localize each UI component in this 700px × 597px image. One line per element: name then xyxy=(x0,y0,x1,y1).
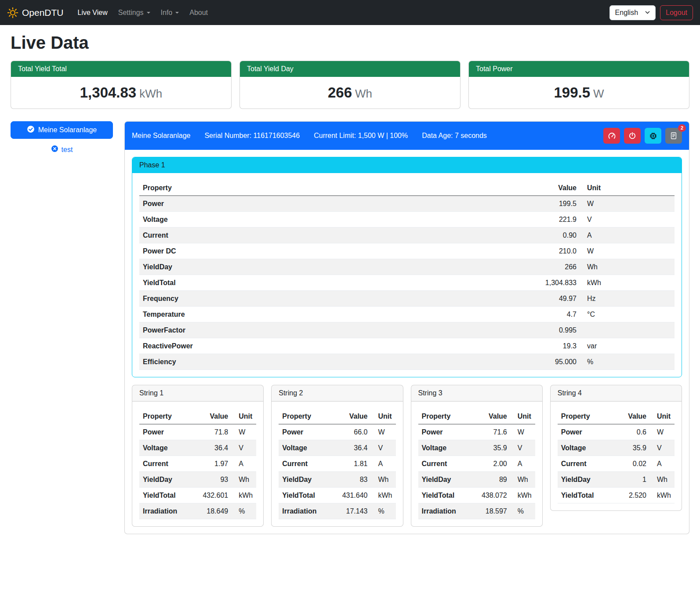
string-table: Property Value Unit Power 66.0 xyxy=(279,409,395,519)
x-circle-icon xyxy=(51,145,58,154)
summary-unit: W xyxy=(593,87,604,100)
nav-settings[interactable]: Settings xyxy=(115,5,154,20)
row-property: Frequency xyxy=(139,291,538,307)
string-table-body: Power 66.0 W Voltage 36.4 V Current xyxy=(279,424,395,519)
language-select-value: English xyxy=(615,9,638,17)
journal-icon xyxy=(670,132,678,140)
limit-settings-button[interactable] xyxy=(603,128,620,144)
string-table-head: Property Value Unit xyxy=(418,409,535,424)
row-value: 49.97 xyxy=(538,291,580,307)
summary-value: 266 xyxy=(328,84,352,101)
table-row: YieldDay 266 Wh xyxy=(139,259,675,275)
inverter-name: Meine Solaranlage xyxy=(132,132,190,140)
inverter-select-button-test[interactable]: test xyxy=(48,145,76,155)
nav-about[interactable]: About xyxy=(186,5,211,20)
nav-settings-label: Settings xyxy=(118,9,144,17)
device-info-button[interactable] xyxy=(645,128,661,144)
column-header-unit: Unit xyxy=(511,409,535,424)
string-card: String 4 Property Value Unit xyxy=(550,385,682,511)
row-property: Current xyxy=(418,456,472,472)
table-row: Frequency 49.97 Hz xyxy=(139,291,675,307)
row-property: Irradiation xyxy=(279,503,332,519)
summary-unit: kWh xyxy=(139,87,162,100)
row-value: 66.0 xyxy=(333,424,371,440)
string-table-body: Power 71.8 W Voltage 36.4 V Current xyxy=(139,424,256,519)
inverter-data-age: Data Age: 7 seconds xyxy=(422,132,487,140)
row-value: 2.520 xyxy=(611,488,650,503)
column-header-unit: Unit xyxy=(650,409,675,424)
column-header-unit: Unit xyxy=(232,409,256,424)
column-header-value: Value xyxy=(193,409,232,424)
row-value: 2.00 xyxy=(472,456,511,472)
string-card-body: Property Value Unit Power 66.0 xyxy=(272,402,403,526)
row-value: 210.0 xyxy=(538,243,580,259)
table-row: YieldDay 93 Wh xyxy=(139,472,256,488)
row-property: YieldDay xyxy=(139,472,193,488)
string-card-body: Property Value Unit Power 0.6 xyxy=(551,402,682,510)
row-unit: kWh xyxy=(650,488,675,503)
summary-card: Total Yield Day 266Wh xyxy=(239,61,461,109)
power-control-button[interactable] xyxy=(624,128,641,144)
language-select[interactable]: English xyxy=(609,5,656,20)
row-value: 0.90 xyxy=(538,228,580,243)
table-row: Current 1.81 A xyxy=(279,456,395,472)
table-row: YieldTotal 2.520 kWh xyxy=(558,488,675,503)
table-row: Current 0.90 A xyxy=(139,228,675,243)
string-card: String 1 Property Value Unit xyxy=(132,385,264,527)
cpu-icon xyxy=(649,132,657,140)
table-row: Irradiation 17.143 % xyxy=(279,503,395,519)
column-header-value: Value xyxy=(538,180,580,196)
row-property: YieldTotal xyxy=(139,488,193,503)
summary-cards-row: Total Yield Total 1,304.83kWh Total Yiel… xyxy=(0,61,700,109)
column-header-value: Value xyxy=(472,409,511,424)
row-property: YieldTotal xyxy=(558,488,611,503)
inverter-select-button-active[interactable]: Meine Solaranlage xyxy=(11,121,113,139)
nav-info[interactable]: Info xyxy=(157,5,183,20)
table-row: Power DC 210.0 W xyxy=(139,243,675,259)
table-row: Irradiation 18.649 % xyxy=(139,503,256,519)
row-property: YieldTotal xyxy=(418,488,472,503)
row-property: Voltage xyxy=(418,440,472,456)
row-unit xyxy=(580,322,675,338)
row-value: 83 xyxy=(333,472,371,488)
row-unit: % xyxy=(371,503,396,519)
event-log-button[interactable]: 2 xyxy=(665,128,682,144)
column-header-value: Value xyxy=(333,409,371,424)
nav-live-view-label: Live View xyxy=(78,9,108,17)
nav-about-label: About xyxy=(189,9,208,17)
inverter-card-header: Meine Solaranlage Serial Number: 1161716… xyxy=(125,122,689,150)
brand-link[interactable]: OpenDTU xyxy=(7,7,64,18)
row-value: 18.649 xyxy=(193,503,232,519)
row-property: Voltage xyxy=(139,212,538,228)
phase-table: Property Value Unit Power 199.5 xyxy=(139,180,675,370)
row-value: 71.6 xyxy=(472,424,511,440)
summary-card-body: 199.5W xyxy=(469,77,689,109)
row-value: 266 xyxy=(538,259,580,275)
summary-unit: Wh xyxy=(355,87,372,100)
string-table: Property Value Unit Power 0.6 xyxy=(558,409,675,503)
row-value: 438.072 xyxy=(472,488,511,503)
column-header-property: Property xyxy=(139,409,193,424)
string-table-body: Power 0.6 W Voltage 35.9 V Current xyxy=(558,424,675,503)
summary-card-title: Total Yield Day xyxy=(240,61,460,77)
row-property: Power xyxy=(558,424,611,440)
row-unit: W xyxy=(580,196,675,212)
summary-card-title: Total Power xyxy=(469,61,689,77)
inverter-limit: Current Limit: 1,500 W | 100% xyxy=(314,132,408,140)
nav-live-view[interactable]: Live View xyxy=(74,5,111,20)
summary-value: 199.5 xyxy=(554,84,590,101)
row-property: Voltage xyxy=(139,440,193,456)
row-unit: W xyxy=(232,424,256,440)
row-unit: V xyxy=(580,212,675,228)
row-value: 35.9 xyxy=(611,440,650,456)
top-navbar: OpenDTU Live View Settings Info About En… xyxy=(0,0,700,25)
logout-button[interactable]: Logout xyxy=(660,5,693,20)
brand-label: OpenDTU xyxy=(22,7,64,18)
page: OpenDTU Live View Settings Info About En… xyxy=(0,0,700,597)
content-row: Meine Solaranlage test Meine Solaranlage… xyxy=(0,109,700,546)
table-header-row: Property Value Unit xyxy=(139,409,256,424)
row-unit: V xyxy=(232,440,256,456)
table-row: Voltage 221.9 V xyxy=(139,212,675,228)
row-unit: W xyxy=(650,424,675,440)
row-unit: Wh xyxy=(511,472,535,488)
